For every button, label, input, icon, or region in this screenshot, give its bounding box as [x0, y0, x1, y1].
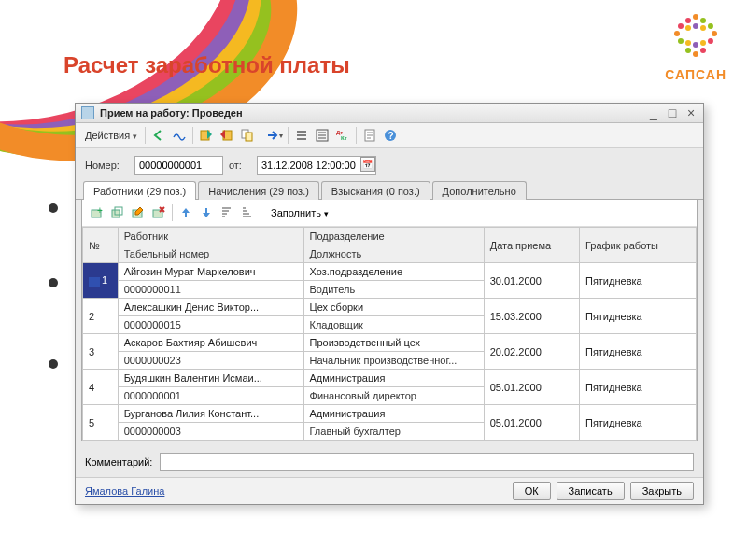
brand-name: САПСАН [665, 67, 726, 82]
svg-point-8 [674, 31, 680, 36]
svg-point-16 [700, 48, 706, 53]
delete-row-icon[interactable] [149, 203, 168, 222]
tab-0[interactable]: Работники (29 поз.) [83, 181, 196, 200]
workers-table[interactable]: № Работник Подразделение Дата приема Гра… [82, 227, 697, 441]
tab-3[interactable]: Дополнительно [432, 181, 527, 200]
table-row[interactable]: 1Айгозин Мурат МаркеловичХоз.подразделен… [83, 263, 697, 281]
comment-input[interactable] [160, 453, 694, 471]
bullet [49, 278, 58, 287]
document-window: Прием на работу: Проведен _ □ × Действия… [75, 103, 704, 505]
svg-rect-21 [246, 133, 252, 141]
unpost-icon[interactable] [218, 126, 236, 145]
calendar-icon[interactable]: 📅 [360, 157, 375, 172]
ok-button[interactable]: ОК [513, 482, 551, 500]
col-header-dept[interactable]: Подразделение [303, 228, 484, 245]
svg-point-9 [712, 31, 717, 36]
svg-text:+: + [97, 205, 103, 216]
window-icon [81, 106, 94, 119]
main-toolbar: Действия ДтКт ? [76, 123, 703, 148]
brand-logo: САПСАН [665, 11, 726, 82]
minimize-button[interactable]: _ [647, 106, 660, 119]
svg-point-2 [700, 18, 706, 23]
actions-menu[interactable]: Действия [81, 128, 141, 143]
svg-point-1 [685, 18, 691, 23]
col-header-schedule[interactable]: График работы [579, 228, 696, 263]
add-row-icon[interactable]: + [88, 203, 106, 222]
date-input[interactable] [257, 156, 376, 175]
header-form: Номер: от: 📅 [76, 148, 703, 180]
svg-point-13 [700, 40, 706, 46]
table-row[interactable]: 2Алексашкин Денис Виктор...Цех сборки15.… [83, 299, 697, 316]
svg-point-10 [678, 38, 684, 44]
bullet [49, 203, 58, 213]
tab-workers: + Заполнить № Работник Подразделение Дат… [81, 200, 698, 441]
col-header-worker[interactable]: Работник [118, 228, 303, 245]
based-on-icon[interactable] [238, 126, 257, 145]
close-button[interactable]: × [684, 106, 698, 119]
slide-title: Расчет заработной платы [63, 52, 350, 78]
svg-point-4 [685, 25, 691, 31]
svg-point-3 [678, 23, 684, 29]
close-form-button[interactable]: Закрыть [630, 482, 694, 500]
comment-row: Комментарий: [76, 447, 703, 477]
table-row[interactable]: 4Будяшкин Валентин Исмаи...Администрация… [83, 370, 697, 387]
tab-2[interactable]: Взыскания (0 поз.) [321, 181, 430, 200]
col-header-n[interactable]: № [83, 228, 119, 263]
svg-point-12 [693, 42, 698, 48]
svg-point-7 [708, 23, 713, 29]
maximize-button[interactable]: □ [666, 106, 679, 119]
table-row[interactable]: 5Бурганова Лилия Констант...Администраци… [83, 405, 697, 423]
col-header-date[interactable]: Дата приема [484, 228, 579, 263]
back-icon[interactable] [149, 126, 168, 145]
svg-point-6 [700, 25, 706, 31]
bullet [49, 359, 58, 369]
dtkt-icon[interactable]: ДтКт [333, 126, 352, 145]
move-up-icon[interactable] [176, 203, 195, 222]
comment-label: Комментарий: [85, 456, 152, 468]
add-copy-icon[interactable] [108, 203, 127, 222]
list2-icon[interactable] [313, 126, 331, 145]
list-icon[interactable] [292, 126, 311, 145]
svg-point-0 [693, 14, 698, 20]
svg-text:?: ? [388, 131, 393, 141]
date-label: от: [229, 160, 242, 171]
move-down-icon[interactable] [197, 203, 216, 222]
help-icon[interactable]: ? [381, 126, 400, 145]
tabstrip: Работники (29 поз.)Начисления (29 поз.)В… [76, 180, 703, 200]
post-icon[interactable] [197, 126, 216, 145]
write-button[interactable]: Записать [557, 482, 625, 500]
sort-asc-icon[interactable] [218, 203, 236, 222]
grid-toolbar: + Заполнить [82, 200, 697, 227]
svg-point-11 [685, 40, 691, 46]
window-title: Прием на работу: Проведен [100, 107, 647, 119]
go-icon[interactable] [265, 126, 284, 145]
statusbar: Ямалова Галина ОК Записать Закрыть [76, 477, 703, 504]
wave-icon[interactable] [170, 126, 189, 145]
number-input[interactable] [134, 156, 223, 175]
svg-point-17 [693, 51, 698, 57]
number-label: Номер: [85, 160, 120, 171]
sort-desc-icon[interactable] [238, 203, 257, 222]
svg-point-14 [708, 38, 713, 44]
col-header-position[interactable]: Должность [303, 245, 484, 263]
titlebar[interactable]: Прием на работу: Проведен _ □ × [76, 104, 703, 123]
svg-text:Кт: Кт [341, 135, 347, 141]
svg-point-15 [685, 48, 691, 53]
report-icon[interactable] [360, 126, 379, 145]
table-row[interactable]: 3Аскаров Бахтияр АбишевичПроизводственны… [83, 334, 697, 352]
fill-button[interactable]: Заполнить [265, 205, 334, 220]
col-header-tabno[interactable]: Табельный номер [118, 245, 303, 263]
edit-row-icon[interactable] [129, 203, 148, 222]
tab-1[interactable]: Начисления (29 поз.) [198, 181, 319, 200]
user-link[interactable]: Ямалова Галина [85, 485, 507, 497]
svg-point-5 [693, 23, 698, 29]
svg-rect-30 [112, 210, 120, 217]
